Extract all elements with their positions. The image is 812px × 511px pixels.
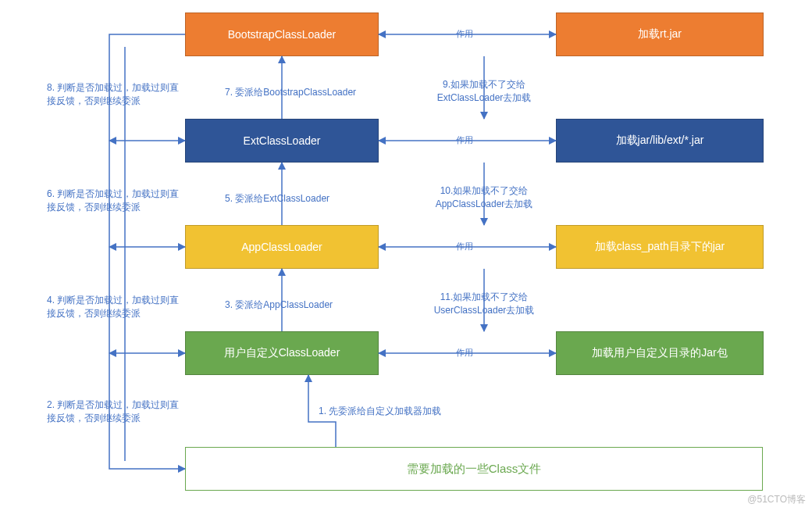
box-extjar-label: 加载jar/lib/ext/*.jar <box>616 134 704 148</box>
box-classfile: 需要加载的一些Class文件 <box>185 447 763 491</box>
box-userjar-label: 加载用户自定义目录的Jar包 <box>592 346 727 360</box>
label-6: 6. 判断是否加载过，加载过则直接反馈，否则继续委派 <box>47 188 183 214</box>
label-zy-2: 作用 <box>456 134 473 146</box>
box-ext: ExtClassLoader <box>185 119 379 163</box>
box-rtjar: 加载rt.jar <box>556 13 764 56</box>
label-2: 2. 判断是否加载过，加载过则直接反馈，否则继续委派 <box>47 398 183 425</box>
box-extjar: 加载jar/lib/ext/*.jar <box>556 119 764 163</box>
label-8: 8. 判断是否加载过，加载过则直接反馈，否则继续委派 <box>47 81 183 108</box>
label-4: 4. 判断是否加载过，加载过则直接反馈，否则继续委派 <box>47 294 183 320</box>
label-zy-3: 作用 <box>456 241 473 252</box>
box-app: AppClassLoader <box>185 225 379 269</box>
box-user-label: 用户自定义ClassLoader <box>224 346 340 360</box>
box-userjar: 加载用户自定义目录的Jar包 <box>556 331 764 375</box>
box-ext-label: ExtClassLoader <box>244 134 321 147</box>
label-9: 9.如果加载不了交给ExtClassLoader去加载 <box>426 78 543 105</box>
label-10: 10.如果加载不了交给AppClassLoader去加载 <box>426 184 543 211</box>
box-rtjar-label: 加载rt.jar <box>638 27 682 41</box>
label-1: 1. 先委派给自定义加载器加载 <box>319 405 441 418</box>
box-classpath-label: 加载class_path目录下的jar <box>595 240 725 254</box>
label-zy-1: 作用 <box>456 28 473 40</box>
box-user: 用户自定义ClassLoader <box>185 331 379 375</box>
box-app-label: AppClassLoader <box>241 241 322 253</box>
box-bootstrap: BootstrapClassLoader <box>185 13 379 56</box>
label-7: 7. 委派给BootstrapClassLoader <box>225 86 356 99</box>
label-11: 11.如果加载不了交给UserClassLoader去加载 <box>426 291 543 317</box>
label-5: 5. 委派给ExtClassLoader <box>225 192 329 205</box>
box-classfile-label: 需要加载的一些Class文件 <box>407 462 542 477</box>
box-bootstrap-label: BootstrapClassLoader <box>228 28 337 41</box>
label-zy-4: 作用 <box>456 347 473 359</box>
box-classpath: 加载class_path目录下的jar <box>556 225 764 269</box>
watermark: @51CTO博客 <box>747 493 806 506</box>
label-3: 3. 委派给AppClassLoader <box>225 298 333 312</box>
